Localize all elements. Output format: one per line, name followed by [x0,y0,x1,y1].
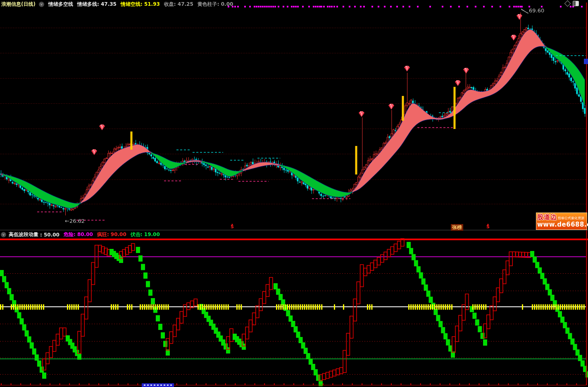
indicator-field-bear: 情绪空线: 51.93 [121,1,160,8]
ambush-level-field: 伏击: 19.00 [131,231,160,238]
stock-title: 浪潮信息(日线) [1,1,36,8]
watermark-badge: 股道边 指标公式量化资源 www.de6688.com [536,213,587,230]
main-chart-header: 浪潮信息(日线) v 情绪多空线 情绪多线: 47.35 情绪空线: 51.93… [0,0,588,8]
indicator-field-bull: 情绪多线: 47.35 [77,1,117,8]
panel-divider [0,230,588,230]
watermark-brand: 股道边 [537,213,557,221]
indicator-name: 情绪多空线 [48,1,73,8]
collapse-panel-icon[interactable]: v [1,232,6,237]
momentum-value: : 50.00 [40,232,60,238]
indicator-field-close: 收盘: 47.25 [164,1,193,8]
price-and-momentum-chart-canvas[interactable] [0,0,588,387]
watermark-tagline: 指标公式量化资源 [558,216,584,220]
panel-layout-icon[interactable] [573,1,579,6]
diamond-marker-icon[interactable] [564,0,571,7]
window-toolbar [565,1,579,6]
signal-seal-icon: ▲ S [229,223,235,228]
signal-seal-icon: ▲ S [485,223,491,228]
collapse-panel-icon[interactable]: v [39,2,44,7]
momentum-indicator-name: 高低波段动量 [9,231,38,238]
watermark-url: www.de6688.com [537,221,586,228]
danger-level-field: 危险: 80.00 [64,231,93,238]
zhangbang-badge: 张榜 [451,224,463,231]
crazy-level-field: 疯狂: 90.00 [97,231,126,238]
momentum-panel-header: v 高低波段动量 : 50.00 危险: 80.00 疯狂: 90.00 伏击:… [0,231,588,239]
indicator-field-yellowbar: 黄色柱子: 0.00 [198,1,233,8]
high-price-label: 69.60 [529,7,544,14]
low-price-label: ←26.62 [65,218,85,224]
trading-app-window: 浪潮信息(日线) v 情绪多空线 情绪多线: 47.35 情绪空线: 51.93… [0,0,588,387]
